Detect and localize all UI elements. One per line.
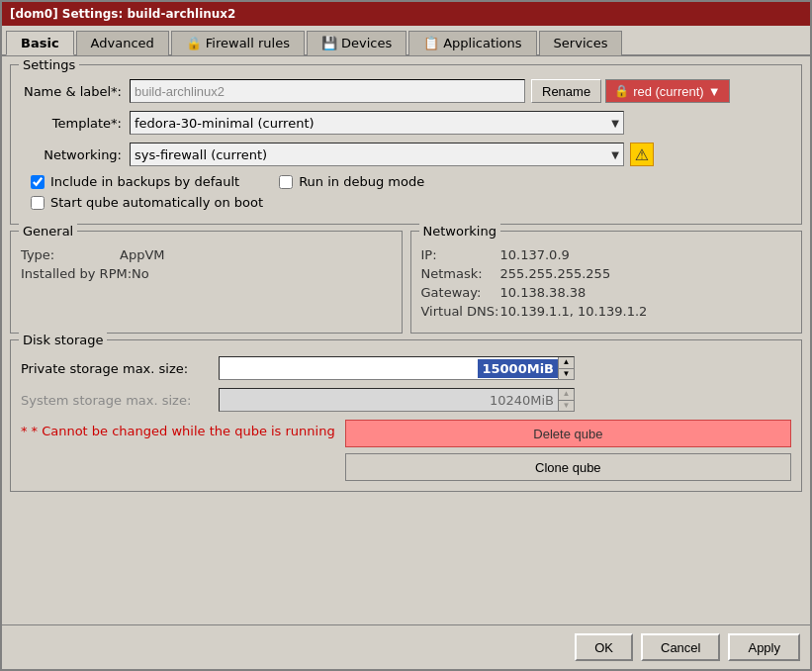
run-debug-checkbox[interactable] <box>279 175 293 189</box>
private-storage-input-wrap: 15000MiB ▲ ▼ <box>219 356 575 380</box>
gateway-label: Gateway: <box>421 285 500 300</box>
name-input[interactable] <box>130 79 525 103</box>
bottom-bar: OK Cancel Apply <box>2 624 810 669</box>
networking-label: Networking: <box>21 147 130 162</box>
type-label: Type: <box>21 247 120 262</box>
vdns-row: Virtual DNS: 10.139.1.1, 10.139.1.2 <box>421 304 792 319</box>
apply-button[interactable]: Apply <box>728 633 800 661</box>
private-storage-label: Private storage max. size: <box>21 361 219 376</box>
vdns-label: Virtual DNS: <box>421 304 500 319</box>
error-star: * <box>21 424 28 438</box>
include-backups-label: Include in backups by default <box>50 174 239 189</box>
private-storage-row: Private storage max. size: 15000MiB ▲ ▼ <box>21 356 791 380</box>
tab-bar: Basic Advanced 🔒Firewall rules 💾Devices … <box>2 26 810 56</box>
private-storage-up[interactable]: ▲ <box>559 357 574 369</box>
devices-icon: 💾 <box>321 36 337 50</box>
action-buttons: Delete qube Clone qube <box>345 420 791 481</box>
installed-row: Installed by RPM: No <box>21 266 392 281</box>
warning-icon: ⚠ <box>630 143 654 166</box>
template-dropdown-arrow: ▼ <box>611 118 619 129</box>
networking-dropdown[interactable]: sys-firewall (current) ▼ <box>130 143 624 166</box>
netmask-label: Netmask: <box>421 266 500 281</box>
firewall-icon: 🔒 <box>186 36 202 50</box>
installed-label: Installed by RPM: <box>21 266 132 281</box>
info-section: General Type: AppVM Installed by RPM: No… <box>10 231 802 334</box>
include-backups-row: Include in backups by default <box>31 174 239 189</box>
gateway-value: 10.138.38.38 <box>500 285 586 300</box>
disk-storage-group: Disk storage Private storage max. size: … <box>10 339 802 492</box>
networking-info-group: Networking IP: 10.137.0.9 Netmask: 255.2… <box>410 231 803 334</box>
ok-button[interactable]: OK <box>575 633 633 661</box>
disk-storage-title: Disk storage <box>19 333 107 347</box>
general-group-title: General <box>19 224 77 239</box>
tab-basic[interactable]: Basic <box>6 31 74 55</box>
ip-value: 10.137.0.9 <box>500 247 570 262</box>
color-button[interactable]: 🔒 red (current) ▼ <box>605 79 729 103</box>
applications-icon: 📋 <box>423 36 439 50</box>
name-row: Name & label*: Rename 🔒 red (current) ▼ <box>21 79 791 103</box>
rename-button[interactable]: Rename <box>531 79 601 103</box>
ip-row: IP: 10.137.0.9 <box>421 247 792 262</box>
start-auto-row: Start qube automatically on boot <box>21 195 791 210</box>
main-window: [dom0] Settings: build-archlinux2 Basic … <box>0 0 812 671</box>
networking-dropdown-arrow: ▼ <box>611 149 619 160</box>
cancel-button[interactable]: Cancel <box>641 633 720 661</box>
settings-group: Settings Name & label*: Rename 🔒 red (cu… <box>10 64 802 225</box>
clone-qube-button[interactable]: Clone qube <box>345 453 791 481</box>
networking-info-title: Networking <box>419 224 500 239</box>
system-storage-value: 10240MiB <box>486 391 558 410</box>
gateway-row: Gateway: 10.138.38.38 <box>421 285 792 300</box>
start-auto-checkbox[interactable] <box>31 196 45 210</box>
networking-row: Networking: sys-firewall (current) ▼ ⚠ <box>21 143 791 166</box>
delete-qube-button[interactable]: Delete qube <box>345 420 791 447</box>
action-row: * * Cannot be changed while the qube is … <box>21 420 791 481</box>
template-row: Template*: fedora-30-minimal (current) ▼ <box>21 111 791 135</box>
tab-services[interactable]: Services <box>539 31 623 55</box>
main-content: Settings Name & label*: Rename 🔒 red (cu… <box>2 56 810 624</box>
run-debug-row: Run in debug mode <box>279 174 424 189</box>
general-group: General Type: AppVM Installed by RPM: No <box>10 231 403 334</box>
tab-firewall[interactable]: 🔒Firewall rules <box>171 31 305 55</box>
installed-value: No <box>132 266 149 281</box>
start-auto-label: Start qube automatically on boot <box>50 195 263 210</box>
netmask-row: Netmask: 255.255.255.255 <box>421 266 792 281</box>
system-storage-input-wrap: 10240MiB ▲ ▼ <box>219 388 575 412</box>
template-dropdown[interactable]: fedora-30-minimal (current) ▼ <box>130 111 624 135</box>
type-value: AppVM <box>120 247 165 262</box>
include-backups-checkbox[interactable] <box>31 175 45 189</box>
type-row: Type: AppVM <box>21 247 392 262</box>
system-storage-row: System storage max. size: 10240MiB ▲ ▼ <box>21 388 791 412</box>
dropdown-arrow-icon: ▼ <box>708 84 721 99</box>
system-storage-label: System storage max. size: <box>21 393 219 408</box>
tab-devices[interactable]: 💾Devices <box>307 31 406 55</box>
window-title: [dom0] Settings: build-archlinux2 <box>10 7 235 21</box>
private-storage-down[interactable]: ▼ <box>559 369 574 380</box>
ip-label: IP: <box>421 247 500 262</box>
name-label: Name & label*: <box>21 84 130 99</box>
warning-text: * * Cannot be changed while the qube is … <box>21 424 335 438</box>
system-storage-down[interactable]: ▼ <box>559 401 574 412</box>
lock-icon: 🔒 <box>614 84 629 98</box>
titlebar: [dom0] Settings: build-archlinux2 <box>2 2 810 26</box>
system-storage-up[interactable]: ▲ <box>559 389 574 401</box>
tab-applications[interactable]: 📋Applications <box>408 31 536 55</box>
settings-group-title: Settings <box>19 57 79 72</box>
netmask-value: 255.255.255.255 <box>500 266 611 281</box>
template-label: Template*: <box>21 116 130 131</box>
tab-advanced[interactable]: Advanced <box>76 31 169 55</box>
private-storage-value: 15000MiB <box>478 359 558 378</box>
run-debug-label: Run in debug mode <box>299 174 424 189</box>
vdns-value: 10.139.1.1, 10.139.1.2 <box>500 304 648 319</box>
